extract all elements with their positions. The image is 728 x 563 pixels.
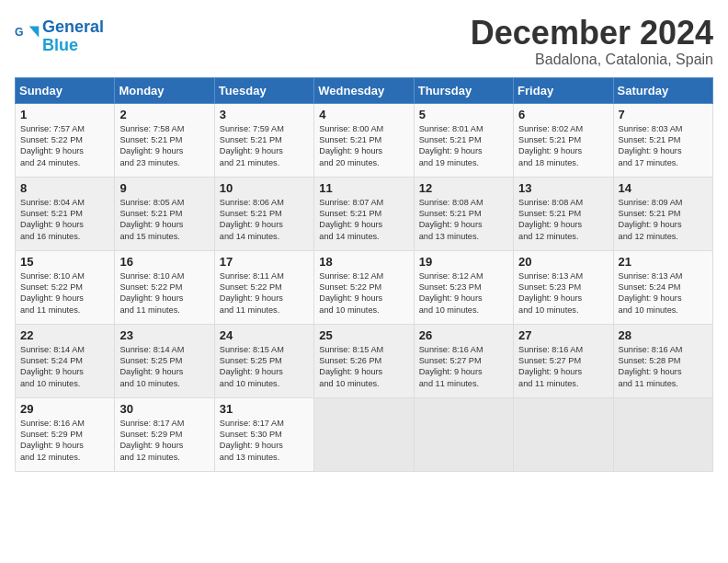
week-row: 8Sunrise: 8:04 AM Sunset: 5:21 PM Daylig… bbox=[16, 177, 713, 250]
cell-content: Sunrise: 8:14 AM Sunset: 5:25 PM Dayligh… bbox=[119, 344, 209, 390]
cell-content: Sunrise: 8:16 AM Sunset: 5:28 PM Dayligh… bbox=[619, 344, 708, 390]
day-number: 14 bbox=[619, 181, 708, 195]
day-number: 26 bbox=[419, 328, 508, 342]
table-cell: 1Sunrise: 7:57 AM Sunset: 5:22 PM Daylig… bbox=[16, 103, 115, 177]
day-number: 17 bbox=[220, 255, 309, 269]
day-number: 29 bbox=[20, 402, 109, 416]
day-number: 9 bbox=[119, 181, 209, 195]
day-number: 6 bbox=[518, 108, 608, 121]
day-number: 11 bbox=[319, 181, 408, 195]
table-cell bbox=[414, 397, 513, 471]
cell-content: Sunrise: 8:17 AM Sunset: 5:29 PM Dayligh… bbox=[119, 418, 209, 464]
page-container: G GeneralBlue December 2024 Badalona, Ca… bbox=[0, 0, 728, 481]
day-number: 16 bbox=[119, 255, 209, 269]
table-cell: 12Sunrise: 8:08 AM Sunset: 5:21 PM Dayli… bbox=[414, 177, 513, 250]
header: G GeneralBlue December 2024 Badalona, Ca… bbox=[15, 15, 713, 68]
table-cell: 28Sunrise: 8:16 AM Sunset: 5:28 PM Dayli… bbox=[613, 324, 712, 397]
logo: G GeneralBlue bbox=[15, 18, 104, 55]
table-cell: 30Sunrise: 8:17 AM Sunset: 5:29 PM Dayli… bbox=[115, 397, 214, 471]
col-thursday: Thursday bbox=[414, 77, 513, 103]
cell-content: Sunrise: 7:57 AM Sunset: 5:22 PM Dayligh… bbox=[20, 123, 109, 169]
day-number: 2 bbox=[119, 108, 209, 121]
cell-content: Sunrise: 8:10 AM Sunset: 5:22 PM Dayligh… bbox=[20, 270, 109, 316]
cell-content: Sunrise: 8:12 AM Sunset: 5:22 PM Dayligh… bbox=[319, 270, 408, 316]
month-title: December 2024 bbox=[471, 15, 713, 52]
table-cell: 5Sunrise: 8:01 AM Sunset: 5:21 PM Daylig… bbox=[414, 103, 513, 177]
title-area: December 2024 Badalona, Catalonia, Spain bbox=[471, 15, 713, 68]
day-number: 24 bbox=[220, 328, 309, 342]
table-cell: 26Sunrise: 8:16 AM Sunset: 5:27 PM Dayli… bbox=[414, 324, 513, 397]
cell-content: Sunrise: 8:02 AM Sunset: 5:21 PM Dayligh… bbox=[518, 123, 608, 169]
col-wednesday: Wednesday bbox=[314, 77, 414, 103]
day-number: 28 bbox=[619, 328, 708, 342]
cell-content: Sunrise: 8:04 AM Sunset: 5:21 PM Dayligh… bbox=[20, 197, 109, 243]
table-cell: 25Sunrise: 8:15 AM Sunset: 5:26 PM Dayli… bbox=[314, 324, 414, 397]
day-number: 12 bbox=[419, 181, 508, 195]
week-row: 29Sunrise: 8:16 AM Sunset: 5:29 PM Dayli… bbox=[16, 397, 713, 471]
calendar-table: Sunday Monday Tuesday Wednesday Thursday… bbox=[15, 77, 713, 472]
table-cell: 8Sunrise: 8:04 AM Sunset: 5:21 PM Daylig… bbox=[16, 177, 115, 250]
table-cell: 6Sunrise: 8:02 AM Sunset: 5:21 PM Daylig… bbox=[514, 103, 613, 177]
cell-content: Sunrise: 8:13 AM Sunset: 5:24 PM Dayligh… bbox=[619, 270, 708, 316]
cell-content: Sunrise: 7:58 AM Sunset: 5:21 PM Dayligh… bbox=[119, 123, 209, 169]
table-cell bbox=[514, 397, 613, 471]
header-row: Sunday Monday Tuesday Wednesday Thursday… bbox=[16, 77, 713, 103]
logo-text: GeneralBlue bbox=[42, 18, 104, 55]
day-number: 23 bbox=[119, 328, 209, 342]
day-number: 4 bbox=[319, 108, 408, 121]
day-number: 21 bbox=[619, 255, 708, 269]
cell-content: Sunrise: 8:08 AM Sunset: 5:21 PM Dayligh… bbox=[518, 197, 608, 243]
table-cell: 24Sunrise: 8:15 AM Sunset: 5:25 PM Dayli… bbox=[214, 324, 313, 397]
cell-content: Sunrise: 8:13 AM Sunset: 5:23 PM Dayligh… bbox=[518, 270, 608, 316]
cell-content: Sunrise: 8:09 AM Sunset: 5:21 PM Dayligh… bbox=[619, 197, 708, 243]
subtitle: Badalona, Catalonia, Spain bbox=[471, 52, 713, 68]
table-cell: 2Sunrise: 7:58 AM Sunset: 5:21 PM Daylig… bbox=[115, 103, 214, 177]
cell-content: Sunrise: 8:03 AM Sunset: 5:21 PM Dayligh… bbox=[619, 123, 708, 169]
cell-content: Sunrise: 8:05 AM Sunset: 5:21 PM Dayligh… bbox=[119, 197, 209, 243]
day-number: 15 bbox=[20, 255, 109, 269]
table-cell: 17Sunrise: 8:11 AM Sunset: 5:22 PM Dayli… bbox=[214, 250, 313, 324]
day-number: 18 bbox=[319, 255, 408, 269]
table-cell: 16Sunrise: 8:10 AM Sunset: 5:22 PM Dayli… bbox=[115, 250, 214, 324]
table-cell: 20Sunrise: 8:13 AM Sunset: 5:23 PM Dayli… bbox=[514, 250, 613, 324]
table-cell: 29Sunrise: 8:16 AM Sunset: 5:29 PM Dayli… bbox=[16, 397, 115, 471]
week-row: 1Sunrise: 7:57 AM Sunset: 5:22 PM Daylig… bbox=[16, 103, 713, 177]
cell-content: Sunrise: 8:14 AM Sunset: 5:24 PM Dayligh… bbox=[20, 344, 109, 390]
day-number: 3 bbox=[220, 108, 309, 121]
cell-content: Sunrise: 8:06 AM Sunset: 5:21 PM Dayligh… bbox=[220, 197, 309, 243]
table-cell: 22Sunrise: 8:14 AM Sunset: 5:24 PM Dayli… bbox=[16, 324, 115, 397]
cell-content: Sunrise: 8:07 AM Sunset: 5:21 PM Dayligh… bbox=[319, 197, 408, 243]
table-cell: 19Sunrise: 8:12 AM Sunset: 5:23 PM Dayli… bbox=[414, 250, 513, 324]
cell-content: Sunrise: 8:11 AM Sunset: 5:22 PM Dayligh… bbox=[220, 270, 309, 316]
cell-content: Sunrise: 8:00 AM Sunset: 5:21 PM Dayligh… bbox=[319, 123, 408, 169]
cell-content: Sunrise: 8:16 AM Sunset: 5:27 PM Dayligh… bbox=[518, 344, 608, 390]
day-number: 27 bbox=[518, 328, 608, 342]
cell-content: Sunrise: 8:08 AM Sunset: 5:21 PM Dayligh… bbox=[419, 197, 508, 243]
day-number: 8 bbox=[20, 181, 109, 195]
cell-content: Sunrise: 8:17 AM Sunset: 5:30 PM Dayligh… bbox=[220, 418, 309, 464]
cell-content: Sunrise: 8:12 AM Sunset: 5:23 PM Dayligh… bbox=[419, 270, 508, 316]
day-number: 19 bbox=[419, 255, 508, 269]
table-cell bbox=[613, 397, 712, 471]
cell-content: Sunrise: 8:16 AM Sunset: 5:27 PM Dayligh… bbox=[419, 344, 508, 390]
table-cell bbox=[314, 397, 414, 471]
cell-content: Sunrise: 8:10 AM Sunset: 5:22 PM Dayligh… bbox=[119, 270, 209, 316]
table-cell: 10Sunrise: 8:06 AM Sunset: 5:21 PM Dayli… bbox=[214, 177, 313, 250]
table-cell: 31Sunrise: 8:17 AM Sunset: 5:30 PM Dayli… bbox=[214, 397, 313, 471]
day-number: 1 bbox=[20, 108, 109, 121]
cell-content: Sunrise: 8:16 AM Sunset: 5:29 PM Dayligh… bbox=[20, 418, 109, 464]
svg-text:G: G bbox=[15, 26, 24, 39]
table-cell: 23Sunrise: 8:14 AM Sunset: 5:25 PM Dayli… bbox=[115, 324, 214, 397]
day-number: 10 bbox=[220, 181, 309, 195]
cell-content: Sunrise: 8:15 AM Sunset: 5:25 PM Dayligh… bbox=[220, 344, 309, 390]
day-number: 5 bbox=[419, 108, 508, 121]
col-monday: Monday bbox=[115, 77, 214, 103]
table-cell: 15Sunrise: 8:10 AM Sunset: 5:22 PM Dayli… bbox=[16, 250, 115, 324]
week-row: 22Sunrise: 8:14 AM Sunset: 5:24 PM Dayli… bbox=[16, 324, 713, 397]
table-cell: 3Sunrise: 7:59 AM Sunset: 5:21 PM Daylig… bbox=[214, 103, 313, 177]
table-cell: 18Sunrise: 8:12 AM Sunset: 5:22 PM Dayli… bbox=[314, 250, 414, 324]
table-cell: 9Sunrise: 8:05 AM Sunset: 5:21 PM Daylig… bbox=[115, 177, 214, 250]
table-cell: 7Sunrise: 8:03 AM Sunset: 5:21 PM Daylig… bbox=[613, 103, 712, 177]
table-cell: 4Sunrise: 8:00 AM Sunset: 5:21 PM Daylig… bbox=[314, 103, 414, 177]
col-saturday: Saturday bbox=[613, 77, 712, 103]
